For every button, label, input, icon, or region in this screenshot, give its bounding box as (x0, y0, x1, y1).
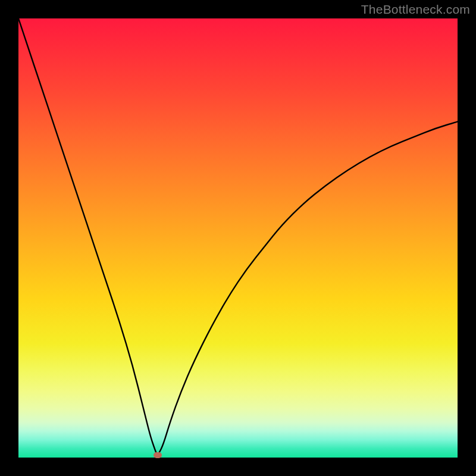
watermark-text: TheBottleneck.com (361, 2, 470, 17)
chart-frame: TheBottleneck.com (0, 0, 476, 476)
plot-area (18, 18, 458, 458)
curve-path (18, 18, 458, 455)
bottleneck-curve (18, 18, 458, 458)
min-marker (154, 452, 162, 458)
